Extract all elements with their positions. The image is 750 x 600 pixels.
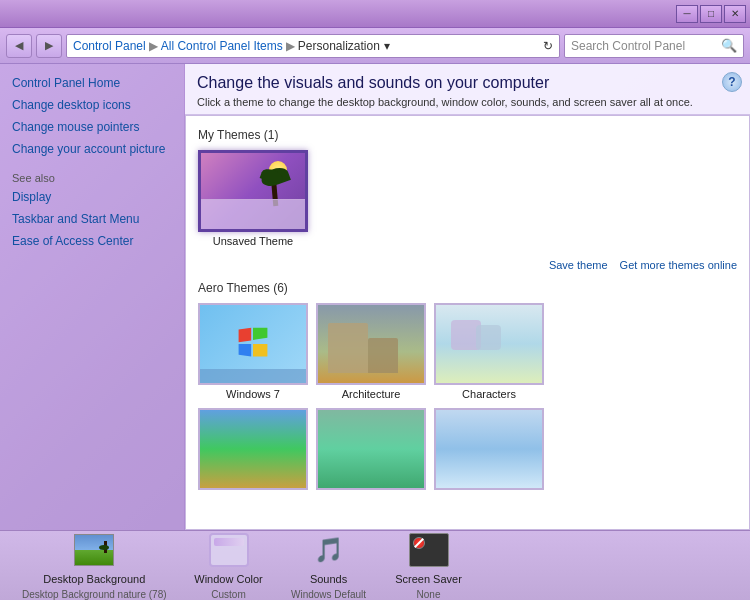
themes-scroll-area[interactable]: My Themes (1) — [185, 115, 750, 530]
see-also-label: See also — [12, 172, 172, 184]
my-themes-grid: Unsaved Theme — [198, 150, 737, 247]
sidebar: Control Panel Home Change desktop icons … — [0, 64, 185, 530]
sidebar-mouse-pointers-link[interactable]: Change mouse pointers — [12, 120, 172, 134]
theme-extra3-thumb — [434, 408, 544, 490]
bottom-bar: Desktop BackgroundDesktop Background nat… — [0, 530, 750, 600]
search-bar[interactable]: Search Control Panel 🔍 — [564, 34, 744, 58]
screen-saver-thumbnail — [409, 533, 449, 567]
window-titlebar-preview — [214, 538, 244, 546]
save-row: Save theme Get more themes online — [198, 255, 737, 275]
theme-unsaved[interactable]: Unsaved Theme — [198, 150, 308, 247]
win7-logo-icon — [235, 324, 271, 360]
theme-architecture[interactable]: Architecture — [316, 303, 426, 400]
page-title: Change the visuals and sounds on your co… — [197, 74, 738, 92]
arch-building2 — [368, 338, 398, 373]
desktop-background-item[interactable]: Desktop BackgroundDesktop Background nat… — [10, 526, 179, 600]
theme-extra1[interactable] — [198, 408, 308, 490]
desktop-background-label: Desktop BackgroundDesktop Background nat… — [22, 572, 167, 600]
desktop-background-icon — [74, 530, 114, 570]
page-subtitle: Click a theme to change the desktop back… — [197, 96, 738, 108]
window-color-item[interactable]: Window ColorCustom — [179, 526, 279, 600]
theme-arch-thumb — [316, 303, 426, 385]
chars-el2 — [476, 325, 501, 350]
main-layout: Control Panel Home Change desktop icons … — [0, 64, 750, 530]
search-placeholder: Search Control Panel — [571, 39, 685, 53]
more-themes-grid — [198, 408, 737, 490]
sidebar-taskbar-link[interactable]: Taskbar and Start Menu — [12, 212, 172, 226]
breadcrumb: Control Panel ▶ All Control Panel Items … — [66, 34, 560, 58]
theme-win7-thumb — [198, 303, 308, 385]
screen-saver-icon-container — [409, 530, 449, 570]
my-themes-label: My Themes (1) — [198, 128, 737, 142]
win7-label: Windows 7 — [226, 388, 280, 400]
window-color-icon — [209, 530, 249, 570]
breadcrumb-current: Personalization — [298, 39, 380, 53]
content-area: Change the visuals and sounds on your co… — [185, 64, 750, 530]
sounds-thumbnail: 🎵 — [309, 534, 349, 566]
unsaved-bg — [201, 153, 305, 229]
save-theme-link[interactable]: Save theme — [549, 259, 608, 271]
get-more-link[interactable]: Get more themes online — [620, 259, 737, 271]
theme-extra3[interactable] — [434, 408, 544, 490]
address-bar: ◀ ▶ Control Panel ▶ All Control Panel It… — [0, 28, 750, 64]
window-color-label: Window ColorCustom — [194, 572, 262, 600]
arch-building1 — [328, 323, 368, 373]
screen-saver-item[interactable]: Screen SaverNone — [379, 526, 479, 600]
theme-unsaved-thumb — [198, 150, 308, 232]
back-button[interactable]: ◀ — [6, 34, 32, 58]
forward-button[interactable]: ▶ — [36, 34, 62, 58]
ground — [75, 550, 113, 565]
no-sign-bar — [414, 538, 424, 548]
landscape-thumbnail — [74, 534, 114, 566]
title-bar: ─ □ ✕ — [0, 0, 750, 28]
window-color-thumbnail — [209, 533, 249, 567]
chars-label: Characters — [462, 388, 516, 400]
breadcrumb-sep1: ▶ — [149, 39, 158, 53]
unsaved-theme-label: Unsaved Theme — [213, 235, 294, 247]
search-icon[interactable]: 🔍 — [721, 38, 737, 53]
breadcrumb-allitems-link[interactable]: All Control Panel Items — [161, 39, 283, 53]
content-header: Change the visuals and sounds on your co… — [185, 64, 750, 115]
chars-bg — [436, 305, 542, 383]
theme-characters[interactable]: Characters — [434, 303, 544, 400]
win7-taskbar — [200, 369, 306, 383]
window-controls: ─ □ ✕ — [676, 5, 746, 23]
no-sign-overlay — [413, 537, 425, 549]
help-button[interactable]: ? — [722, 72, 742, 92]
sidebar-links: Change desktop icons Change mouse pointe… — [12, 98, 172, 156]
arch-bg — [318, 305, 424, 383]
sounds-item[interactable]: 🎵 SoundsWindows Default — [279, 526, 379, 600]
sidebar-display-link[interactable]: Display — [12, 190, 172, 204]
refresh-icon[interactable]: ↻ — [543, 39, 553, 53]
sidebar-home-link[interactable]: Control Panel Home — [12, 76, 172, 90]
music-notes-icon: 🎵 — [314, 536, 344, 564]
theme-windows7[interactable]: Windows 7 — [198, 303, 308, 400]
breadcrumb-dropdown-icon[interactable]: ▾ — [384, 39, 390, 53]
win7-bg — [200, 305, 306, 383]
aero-themes-label: Aero Themes (6) — [198, 281, 737, 295]
theme-extra1-thumb — [198, 408, 308, 490]
close-button[interactable]: ✕ — [724, 5, 746, 23]
theme-extra2[interactable] — [316, 408, 426, 490]
theme-extra2-thumb — [316, 408, 426, 490]
theme-chars-thumb — [434, 303, 544, 385]
unsaved-overlay — [201, 199, 305, 229]
sidebar-desktop-icons-link[interactable]: Change desktop icons — [12, 98, 172, 112]
arch-label: Architecture — [342, 388, 401, 400]
breadcrumb-sep2: ▶ — [286, 39, 295, 53]
sounds-icon-container: 🎵 — [309, 530, 349, 570]
sounds-label: SoundsWindows Default — [291, 572, 366, 600]
minimize-button[interactable]: ─ — [676, 5, 698, 23]
aero-themes-grid: Windows 7 Architecture — [198, 303, 737, 400]
screen-saver-label: Screen SaverNone — [395, 572, 462, 600]
sidebar-ease-link[interactable]: Ease of Access Center — [12, 234, 172, 248]
breadcrumb-cp-link[interactable]: Control Panel — [73, 39, 146, 53]
maximize-button[interactable]: □ — [700, 5, 722, 23]
sidebar-account-picture-link[interactable]: Change your account picture — [12, 142, 172, 156]
